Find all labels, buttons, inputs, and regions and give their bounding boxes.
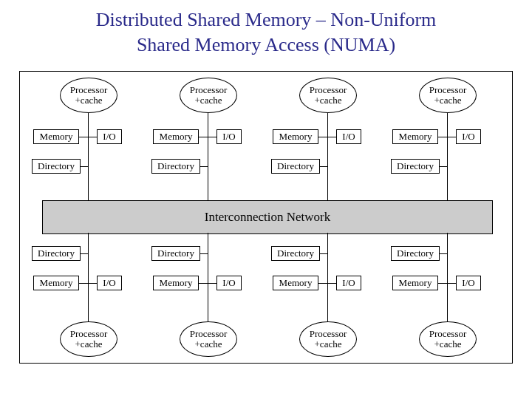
title-line-1: Distributed Shared Memory – Non-Uniform (96, 9, 437, 30)
processor-label-1: Processor (61, 329, 117, 339)
processor-node: Processor +cache (419, 321, 477, 357)
bus-line (88, 110, 89, 200)
bus-line (447, 110, 448, 200)
processor-label-2: +cache (420, 95, 476, 106)
processor-label-1: Processor (180, 85, 236, 95)
connector (327, 283, 336, 284)
bus-line (208, 110, 208, 200)
title-line-2: Shared Memory Access (NUMA) (137, 34, 395, 55)
processor-label-2: +cache (61, 339, 117, 349)
processor-label-1: Processor (420, 85, 476, 95)
connector (440, 166, 447, 167)
connector (327, 137, 336, 137)
processor-node: Processor +cache (60, 78, 117, 113)
io-box: I/O (216, 276, 242, 290)
directory-box: Directory (151, 159, 200, 174)
processor-node: Processor +cache (299, 78, 357, 113)
connector (79, 283, 88, 284)
processor-label-2: +cache (300, 339, 356, 349)
processor-label-2: +cache (61, 95, 117, 106)
connector (200, 166, 208, 167)
connector (318, 137, 327, 137)
interconnection-network: Interconnection Network (42, 200, 493, 234)
directory-box: Directory (271, 159, 320, 174)
connector (438, 137, 447, 137)
directory-box: Directory (32, 246, 81, 261)
connector (199, 283, 208, 284)
processor-node: Processor +cache (180, 321, 237, 357)
memory-box: Memory (33, 276, 79, 290)
connector (79, 137, 88, 137)
processor-label-1: Processor (300, 329, 356, 339)
processor-label-1: Processor (420, 329, 476, 339)
memory-box: Memory (153, 276, 199, 290)
processor-label-1: Processor (300, 85, 356, 95)
processor-label-1: Processor (61, 85, 117, 95)
connector (320, 166, 327, 167)
processor-label-2: +cache (300, 95, 356, 106)
directory-box: Directory (391, 246, 440, 261)
bus-line (327, 110, 328, 200)
directory-box: Directory (151, 246, 200, 261)
processor-node: Processor +cache (299, 321, 357, 357)
connector (320, 253, 327, 254)
bus-line (327, 233, 328, 323)
connector (208, 283, 216, 284)
processor-label-2: +cache (180, 339, 236, 349)
directory-box: Directory (32, 159, 81, 174)
processor-node: Processor +cache (60, 321, 117, 357)
io-box: I/O (97, 276, 122, 290)
memory-box: Memory (392, 276, 438, 290)
processor-label-1: Processor (180, 329, 236, 339)
memory-box: Memory (33, 129, 79, 144)
memory-box: Memory (273, 276, 318, 290)
connector (200, 253, 208, 254)
io-box: I/O (216, 129, 242, 144)
connector (88, 137, 97, 137)
memory-box: Memory (153, 129, 199, 144)
bus-line (208, 233, 208, 323)
io-box: I/O (336, 276, 361, 290)
processor-label-2: +cache (180, 95, 236, 106)
io-box: I/O (456, 129, 481, 144)
processor-label-2: +cache (420, 339, 476, 349)
connector (81, 253, 88, 254)
memory-box: Memory (392, 129, 438, 144)
diagram-frame: Processor +cache Processor +cache Proces… (19, 71, 513, 364)
processor-node: Processor +cache (180, 78, 237, 113)
slide-title: Distributed Shared Memory – Non-Uniform … (0, 0, 532, 58)
bus-line (447, 233, 448, 323)
connector (199, 137, 208, 137)
directory-box: Directory (391, 159, 440, 174)
connector (81, 166, 88, 167)
memory-box: Memory (273, 129, 318, 144)
processor-node: Processor +cache (419, 78, 477, 113)
connector (88, 283, 97, 284)
connector (438, 283, 447, 284)
io-box: I/O (97, 129, 122, 144)
connector (447, 283, 456, 284)
io-box: I/O (456, 276, 481, 290)
directory-box: Directory (271, 246, 320, 261)
connector (318, 283, 327, 284)
connector (447, 137, 456, 137)
connector (208, 137, 216, 137)
bus-line (88, 233, 89, 323)
connector (440, 253, 447, 254)
io-box: I/O (336, 129, 361, 144)
